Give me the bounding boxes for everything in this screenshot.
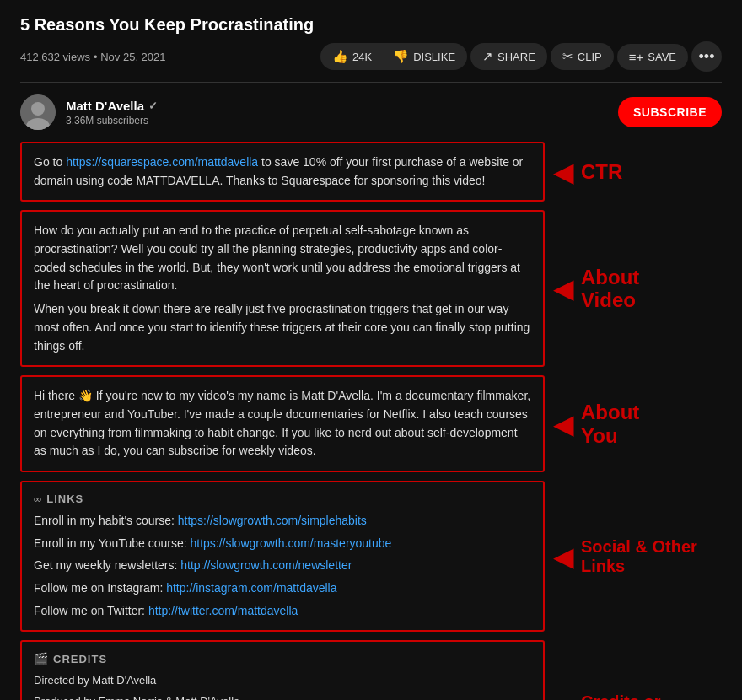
save-icon: ≡+ <box>629 50 644 64</box>
about-you-row: Hi there 👋 If you're new to my video's m… <box>20 375 722 472</box>
subscribe-button[interactable]: SUBSCRIBE <box>618 97 722 127</box>
credits-section: 🎬 CREDITS Directed by Matt D'Avella Prod… <box>20 640 545 700</box>
save-button[interactable]: ≡+ SAVE <box>617 44 688 70</box>
like-dislike-group: 👍 24K 👎 DISLIKE <box>320 43 467 70</box>
credits-annotation: ◀ Credits or Disclaimer <box>545 692 722 700</box>
dislike-button[interactable]: 👎 DISLIKE <box>384 43 467 70</box>
more-options-button[interactable]: ••• <box>691 41 722 72</box>
links-label: LINKS <box>46 493 83 505</box>
links-header: ∞ LINKS <box>34 493 531 505</box>
description-area: Go to https://squarespace.com/mattdavell… <box>20 142 722 700</box>
like-count: 24K <box>352 51 372 63</box>
credits-item-0: Directed by Matt D'Avella <box>34 672 531 689</box>
instagram-link[interactable]: http://instagram.com/mattdavella <box>166 581 336 595</box>
about-you-section: Hi there 👋 If you're new to my video's m… <box>20 375 545 472</box>
dislike-label: DISLIKE <box>413 51 455 63</box>
social-annotation: ◀ Social & Other Links <box>545 537 722 576</box>
credits-annot-label: Credits or Disclaimer <box>581 692 666 700</box>
thumbs-down-icon: 👎 <box>393 49 409 64</box>
svg-point-1 <box>31 102 45 116</box>
links-row: ∞ LINKS Enroll in my habit's course: htt… <box>20 481 722 632</box>
credits-item-1: Produced by Emma Norris & Matt D'Avella <box>34 693 531 700</box>
links-section: ∞ LINKS Enroll in my habit's course: htt… <box>20 481 545 632</box>
about-video-para1: How do you actually put an end to the pr… <box>34 222 531 295</box>
channel-text: Matt D'Avella ✓ 3.36M subscribers <box>66 99 158 127</box>
more-icon: ••• <box>699 48 715 66</box>
youtube-course-link[interactable]: https://slowgrowth.com/masteryoutube <box>190 536 391 550</box>
habit-course-link[interactable]: https://slowgrowth.com/simplehabits <box>178 514 367 527</box>
upload-date: Nov 25, 2021 <box>100 51 165 63</box>
share-icon: ↗ <box>482 49 493 64</box>
views: 412,632 views <box>20 51 90 63</box>
ctr-section: Go to https://squarespace.com/mattdavell… <box>20 142 545 202</box>
links-item-1: Enroll in my YouTube course: https://slo… <box>34 535 531 553</box>
credits-row: 🎬 CREDITS Directed by Matt D'Avella Prod… <box>20 640 722 700</box>
ctr-row: Go to https://squarespace.com/mattdavell… <box>20 142 722 202</box>
about-video-para2: When you break it down there are really … <box>34 300 531 355</box>
about-video-label: About Video <box>581 266 639 312</box>
links-item-0: Enroll in my habit's course: https://slo… <box>34 512 531 530</box>
ctr-label: CTR <box>581 160 622 184</box>
newsletter-link[interactable]: http://slowgrowth.com/newsletter <box>180 558 352 572</box>
thumbs-up-icon: 👍 <box>332 49 348 64</box>
ctr-annotation: ◀ CTR <box>545 159 722 186</box>
clip-icon: ✂ <box>562 49 573 64</box>
ctr-text: Go to https://squarespace.com/mattdavell… <box>34 153 531 190</box>
video-title: 5 Reasons You Keep Procrastinating <box>20 15 722 35</box>
channel-name[interactable]: Matt D'Avella ✓ <box>66 99 158 113</box>
about-video-annotation: ◀ About Video <box>545 266 722 312</box>
squarespace-link[interactable]: https://squarespace.com/mattdavella <box>66 155 258 169</box>
share-label: SHARE <box>497 51 535 63</box>
about-you-label: About You <box>581 401 639 447</box>
chain-icon: ∞ <box>34 493 41 505</box>
about-video-arrow-icon: ◀ <box>553 275 574 302</box>
links-item-2: Get my weekly newsletters: http://slowgr… <box>34 557 531 575</box>
meta-row: 412,632 views • Nov 25, 2021 👍 24K 👎 DIS… <box>20 41 722 72</box>
page-wrapper: 5 Reasons You Keep Procrastinating 412,6… <box>0 0 742 700</box>
save-label: SAVE <box>648 51 676 63</box>
social-arrow-icon: ◀ <box>553 543 574 570</box>
about-video-row: How do you actually put an end to the pr… <box>20 210 722 367</box>
clip-button[interactable]: ✂ CLIP <box>551 43 614 70</box>
clip-label: CLIP <box>578 51 602 63</box>
verified-icon: ✓ <box>148 100 158 112</box>
links-item-4: Follow me on Twitter: http://twitter.com… <box>34 602 531 621</box>
divider <box>20 82 722 83</box>
share-button[interactable]: ↗ SHARE <box>470 43 547 70</box>
social-label: Social & Other Links <box>581 537 697 576</box>
about-you-text: Hi there 👋 If you're new to my video's m… <box>34 387 531 460</box>
avatar[interactable] <box>20 94 56 130</box>
about-video-section: How do you actually put an end to the pr… <box>20 210 545 367</box>
twitter-link[interactable]: http://twitter.com/mattdavella <box>148 604 298 617</box>
credits-label: CREDITS <box>53 653 107 665</box>
about-you-annotation: ◀ About You <box>545 401 722 447</box>
credits-list: Directed by Matt D'Avella Produced by Em… <box>34 672 531 700</box>
about-you-arrow-icon: ◀ <box>553 411 574 438</box>
links-item-3: Follow me on Instagram: http://instagram… <box>34 579 531 598</box>
channel-info: Matt D'Avella ✓ 3.36M subscribers <box>20 94 158 130</box>
subscriber-count: 3.36M subscribers <box>66 115 158 127</box>
clapboard-icon: 🎬 <box>34 652 48 665</box>
like-button[interactable]: 👍 24K <box>320 43 384 70</box>
ctr-arrow-icon: ◀ <box>553 159 574 186</box>
action-buttons: 👍 24K 👎 DISLIKE ↗ SHARE ✂ CLIP ≡+ SAVE <box>320 41 722 72</box>
credits-header: 🎬 CREDITS <box>34 652 531 665</box>
view-info: 412,632 views • Nov 25, 2021 <box>20 50 166 63</box>
channel-row: Matt D'Avella ✓ 3.36M subscribers SUBSCR… <box>20 94 722 130</box>
